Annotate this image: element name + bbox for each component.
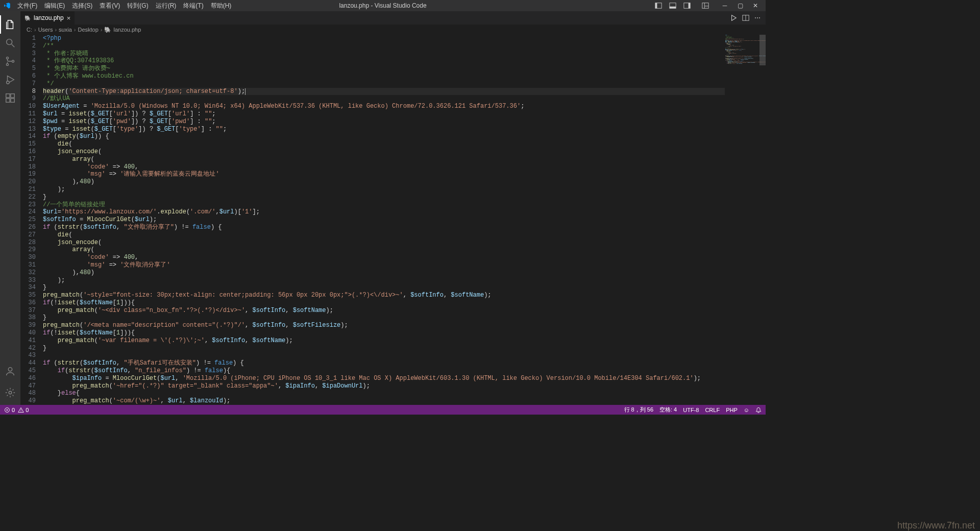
layout-panel-bottom-icon[interactable] xyxy=(666,1,680,11)
breadcrumb-part[interactable]: Desktop xyxy=(78,27,98,33)
menu-file[interactable]: 文件(F) xyxy=(14,1,40,11)
svg-rect-3 xyxy=(670,7,676,9)
layout-panel-right-icon[interactable] xyxy=(680,1,694,11)
close-button[interactable]: ✕ xyxy=(748,1,763,11)
run-debug-icon[interactable] xyxy=(0,70,20,89)
breadcrumb-part[interactable]: lanzou.php xyxy=(113,27,141,33)
menu-terminal[interactable]: 终端(T) xyxy=(180,1,206,11)
explorer-icon[interactable] xyxy=(0,15,20,34)
split-icon[interactable] xyxy=(742,14,749,21)
svg-point-13 xyxy=(12,60,14,62)
account-icon[interactable] xyxy=(0,362,20,380)
activitybar xyxy=(0,11,20,405)
php-file-icon: 🐘 xyxy=(24,15,31,21)
search-icon[interactable] xyxy=(0,34,20,52)
svg-rect-16 xyxy=(6,99,10,102)
status-bell-icon[interactable] xyxy=(755,407,762,413)
maximize-button[interactable]: ▢ xyxy=(733,1,747,11)
breadcrumb-part[interactable]: suxia xyxy=(59,27,72,33)
error-count: 0 xyxy=(12,407,15,413)
titlebar: 文件(F) 编辑(E) 选择(S) 查看(V) 转到(G) 运行(R) 终端(T… xyxy=(0,0,766,11)
breadcrumb-part[interactable]: Users xyxy=(38,27,53,33)
tab-lanzou[interactable]: 🐘 lanzou.php × xyxy=(20,11,75,25)
menubar: 文件(F) 编辑(E) 选择(S) 查看(V) 转到(G) 运行(R) 终端(T… xyxy=(14,1,234,11)
layout-icons xyxy=(651,1,713,11)
svg-point-9 xyxy=(7,39,12,45)
svg-rect-18 xyxy=(11,94,14,98)
svg-rect-5 xyxy=(689,3,691,9)
status-lncol[interactable]: 行 8，列 56 xyxy=(624,406,653,414)
svg-point-12 xyxy=(6,63,8,65)
statusbar: 0 0 行 8，列 56 空格: 4 UTF-8 CRLF PHP ☺ xyxy=(0,405,766,415)
menu-goto[interactable]: 转到(G) xyxy=(124,1,151,11)
status-feedback-icon[interactable]: ☺ xyxy=(744,407,749,413)
menu-view[interactable]: 查看(V) xyxy=(96,1,123,11)
minimap-slider[interactable] xyxy=(760,35,766,65)
svg-rect-17 xyxy=(11,99,14,102)
window-title: lanzou.php - Visual Studio Code xyxy=(339,2,426,9)
svg-point-11 xyxy=(6,57,8,59)
run-icon[interactable] xyxy=(730,14,737,21)
menu-edit[interactable]: 编辑(E) xyxy=(41,1,68,11)
status-encoding[interactable]: UTF-8 xyxy=(683,407,699,413)
extensions-icon[interactable] xyxy=(0,89,20,107)
menu-run[interactable]: 运行(R) xyxy=(153,1,180,11)
main: 🐘 lanzou.php × ⋯ C:› Users› suxia› Deskt… xyxy=(0,11,766,405)
minimap[interactable]: <?php/** * 作者:苏晓晴 * 作者QQ:3074193836 * 免费… xyxy=(725,35,766,405)
svg-line-10 xyxy=(12,44,15,47)
svg-point-19 xyxy=(8,368,12,371)
svg-rect-6 xyxy=(702,3,708,9)
svg-rect-15 xyxy=(6,94,10,98)
tab-bar: 🐘 lanzou.php × ⋯ xyxy=(20,11,766,25)
status-eol[interactable]: CRLF xyxy=(705,407,720,413)
vscode-icon xyxy=(3,2,11,10)
php-file-icon: 🐘 xyxy=(104,27,111,33)
minimize-button[interactable]: ─ xyxy=(718,1,732,11)
code-content[interactable]: <?php/** * 作者:苏晓晴 * 作者QQ:3074193836 * 免费… xyxy=(43,35,725,405)
menu-help[interactable]: 帮助(H) xyxy=(208,1,235,11)
tab-close-icon[interactable]: × xyxy=(67,14,71,22)
warning-count: 0 xyxy=(26,407,29,413)
status-spaces[interactable]: 空格: 4 xyxy=(659,406,677,414)
editor-area: 🐘 lanzou.php × ⋯ C:› Users› suxia› Deskt… xyxy=(20,11,766,405)
source-control-icon[interactable] xyxy=(0,52,20,70)
svg-point-20 xyxy=(9,391,12,394)
svg-point-27 xyxy=(21,411,21,412)
status-warnings[interactable]: 0 xyxy=(18,407,29,413)
svg-rect-1 xyxy=(655,3,657,9)
layout-panel-left-icon[interactable] xyxy=(651,1,666,11)
layout-customize-icon[interactable] xyxy=(698,1,713,11)
line-gutter: 1234567891011121314151617181920212223242… xyxy=(20,35,43,405)
status-errors[interactable]: 0 xyxy=(4,407,15,413)
breadcrumb-part[interactable]: C: xyxy=(27,27,32,33)
tab-label: lanzou.php xyxy=(34,14,64,21)
editor[interactable]: 1234567891011121314151617181920212223242… xyxy=(20,35,766,405)
svg-point-14 xyxy=(7,81,10,84)
tab-actions: ⋯ xyxy=(730,11,766,25)
settings-gear-icon[interactable] xyxy=(0,383,20,402)
more-icon[interactable]: ⋯ xyxy=(754,14,761,21)
menu-select[interactable]: 选择(S) xyxy=(69,1,95,11)
status-lang[interactable]: PHP xyxy=(726,407,738,413)
breadcrumb[interactable]: C:› Users› suxia› Desktop› 🐘 lanzou.php xyxy=(20,25,766,35)
